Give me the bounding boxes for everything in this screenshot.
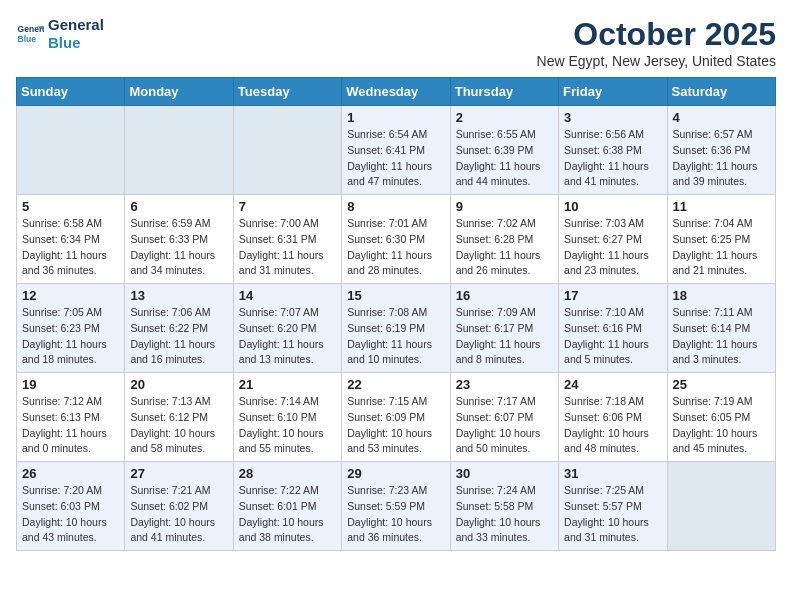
day-info: Sunrise: 7:12 AM Sunset: 6:13 PM Dayligh… [22,394,119,457]
calendar-cell: 26Sunrise: 7:20 AM Sunset: 6:03 PM Dayli… [17,462,125,551]
weekday-header-thursday: Thursday [450,78,558,106]
calendar-cell: 22Sunrise: 7:15 AM Sunset: 6:09 PM Dayli… [342,373,450,462]
weekday-header-tuesday: Tuesday [233,78,341,106]
calendar-cell: 1Sunrise: 6:54 AM Sunset: 6:41 PM Daylig… [342,106,450,195]
day-info: Sunrise: 7:18 AM Sunset: 6:06 PM Dayligh… [564,394,661,457]
day-info: Sunrise: 6:55 AM Sunset: 6:39 PM Dayligh… [456,127,553,190]
day-number: 25 [673,377,770,392]
weekday-header-saturday: Saturday [667,78,775,106]
calendar-week-row: 12Sunrise: 7:05 AM Sunset: 6:23 PM Dayli… [17,284,776,373]
calendar-cell: 27Sunrise: 7:21 AM Sunset: 6:02 PM Dayli… [125,462,233,551]
calendar-cell: 2Sunrise: 6:55 AM Sunset: 6:39 PM Daylig… [450,106,558,195]
day-number: 11 [673,199,770,214]
day-number: 21 [239,377,336,392]
day-info: Sunrise: 7:25 AM Sunset: 5:57 PM Dayligh… [564,483,661,546]
day-number: 2 [456,110,553,125]
calendar-cell [233,106,341,195]
day-number: 24 [564,377,661,392]
calendar-cell: 3Sunrise: 6:56 AM Sunset: 6:38 PM Daylig… [559,106,667,195]
day-info: Sunrise: 7:15 AM Sunset: 6:09 PM Dayligh… [347,394,444,457]
day-info: Sunrise: 7:00 AM Sunset: 6:31 PM Dayligh… [239,216,336,279]
weekday-header-monday: Monday [125,78,233,106]
day-number: 20 [130,377,227,392]
calendar-cell: 17Sunrise: 7:10 AM Sunset: 6:16 PM Dayli… [559,284,667,373]
day-number: 17 [564,288,661,303]
day-number: 1 [347,110,444,125]
day-info: Sunrise: 7:19 AM Sunset: 6:05 PM Dayligh… [673,394,770,457]
location: New Egypt, New Jersey, United States [537,53,776,69]
calendar-cell: 18Sunrise: 7:11 AM Sunset: 6:14 PM Dayli… [667,284,775,373]
day-number: 15 [347,288,444,303]
logo-icon: General Blue [16,20,44,48]
day-info: Sunrise: 7:17 AM Sunset: 6:07 PM Dayligh… [456,394,553,457]
calendar-cell [667,462,775,551]
calendar-cell: 14Sunrise: 7:07 AM Sunset: 6:20 PM Dayli… [233,284,341,373]
page-header: General Blue General Blue October 2025 N… [16,16,776,69]
calendar-cell: 30Sunrise: 7:24 AM Sunset: 5:58 PM Dayli… [450,462,558,551]
calendar-cell: 24Sunrise: 7:18 AM Sunset: 6:06 PM Dayli… [559,373,667,462]
calendar-cell: 11Sunrise: 7:04 AM Sunset: 6:25 PM Dayli… [667,195,775,284]
day-number: 9 [456,199,553,214]
day-info: Sunrise: 6:54 AM Sunset: 6:41 PM Dayligh… [347,127,444,190]
day-number: 27 [130,466,227,481]
weekday-header-friday: Friday [559,78,667,106]
day-number: 4 [673,110,770,125]
calendar-table: SundayMondayTuesdayWednesdayThursdayFrid… [16,77,776,551]
calendar-cell: 8Sunrise: 7:01 AM Sunset: 6:30 PM Daylig… [342,195,450,284]
calendar-cell: 6Sunrise: 6:59 AM Sunset: 6:33 PM Daylig… [125,195,233,284]
day-info: Sunrise: 7:20 AM Sunset: 6:03 PM Dayligh… [22,483,119,546]
day-info: Sunrise: 7:14 AM Sunset: 6:10 PM Dayligh… [239,394,336,457]
calendar-cell [17,106,125,195]
day-number: 28 [239,466,336,481]
day-info: Sunrise: 7:04 AM Sunset: 6:25 PM Dayligh… [673,216,770,279]
day-info: Sunrise: 6:59 AM Sunset: 6:33 PM Dayligh… [130,216,227,279]
day-number: 30 [456,466,553,481]
day-number: 19 [22,377,119,392]
calendar-cell: 20Sunrise: 7:13 AM Sunset: 6:12 PM Dayli… [125,373,233,462]
day-number: 13 [130,288,227,303]
calendar-header-row: SundayMondayTuesdayWednesdayThursdayFrid… [17,78,776,106]
day-number: 18 [673,288,770,303]
day-info: Sunrise: 7:01 AM Sunset: 6:30 PM Dayligh… [347,216,444,279]
day-info: Sunrise: 7:13 AM Sunset: 6:12 PM Dayligh… [130,394,227,457]
day-info: Sunrise: 6:56 AM Sunset: 6:38 PM Dayligh… [564,127,661,190]
day-info: Sunrise: 7:24 AM Sunset: 5:58 PM Dayligh… [456,483,553,546]
day-number: 14 [239,288,336,303]
day-number: 5 [22,199,119,214]
calendar-cell: 28Sunrise: 7:22 AM Sunset: 6:01 PM Dayli… [233,462,341,551]
calendar-cell [125,106,233,195]
calendar-cell: 7Sunrise: 7:00 AM Sunset: 6:31 PM Daylig… [233,195,341,284]
day-info: Sunrise: 7:06 AM Sunset: 6:22 PM Dayligh… [130,305,227,368]
day-info: Sunrise: 7:02 AM Sunset: 6:28 PM Dayligh… [456,216,553,279]
month-title: October 2025 [537,16,776,53]
day-number: 26 [22,466,119,481]
calendar-cell: 12Sunrise: 7:05 AM Sunset: 6:23 PM Dayli… [17,284,125,373]
day-info: Sunrise: 7:22 AM Sunset: 6:01 PM Dayligh… [239,483,336,546]
calendar-cell: 21Sunrise: 7:14 AM Sunset: 6:10 PM Dayli… [233,373,341,462]
calendar-cell: 31Sunrise: 7:25 AM Sunset: 5:57 PM Dayli… [559,462,667,551]
logo-text: General Blue [48,16,104,52]
calendar-cell: 5Sunrise: 6:58 AM Sunset: 6:34 PM Daylig… [17,195,125,284]
day-info: Sunrise: 7:08 AM Sunset: 6:19 PM Dayligh… [347,305,444,368]
day-info: Sunrise: 7:21 AM Sunset: 6:02 PM Dayligh… [130,483,227,546]
calendar-cell: 19Sunrise: 7:12 AM Sunset: 6:13 PM Dayli… [17,373,125,462]
weekday-header-wednesday: Wednesday [342,78,450,106]
calendar-week-row: 5Sunrise: 6:58 AM Sunset: 6:34 PM Daylig… [17,195,776,284]
day-number: 29 [347,466,444,481]
day-number: 6 [130,199,227,214]
calendar-week-row: 19Sunrise: 7:12 AM Sunset: 6:13 PM Dayli… [17,373,776,462]
day-info: Sunrise: 7:10 AM Sunset: 6:16 PM Dayligh… [564,305,661,368]
day-number: 3 [564,110,661,125]
day-number: 7 [239,199,336,214]
day-number: 12 [22,288,119,303]
day-number: 22 [347,377,444,392]
weekday-header-sunday: Sunday [17,78,125,106]
day-info: Sunrise: 7:05 AM Sunset: 6:23 PM Dayligh… [22,305,119,368]
calendar-cell: 25Sunrise: 7:19 AM Sunset: 6:05 PM Dayli… [667,373,775,462]
day-info: Sunrise: 6:57 AM Sunset: 6:36 PM Dayligh… [673,127,770,190]
svg-text:Blue: Blue [18,34,37,44]
day-number: 16 [456,288,553,303]
day-info: Sunrise: 7:07 AM Sunset: 6:20 PM Dayligh… [239,305,336,368]
day-number: 23 [456,377,553,392]
logo: General Blue General Blue [16,16,104,52]
